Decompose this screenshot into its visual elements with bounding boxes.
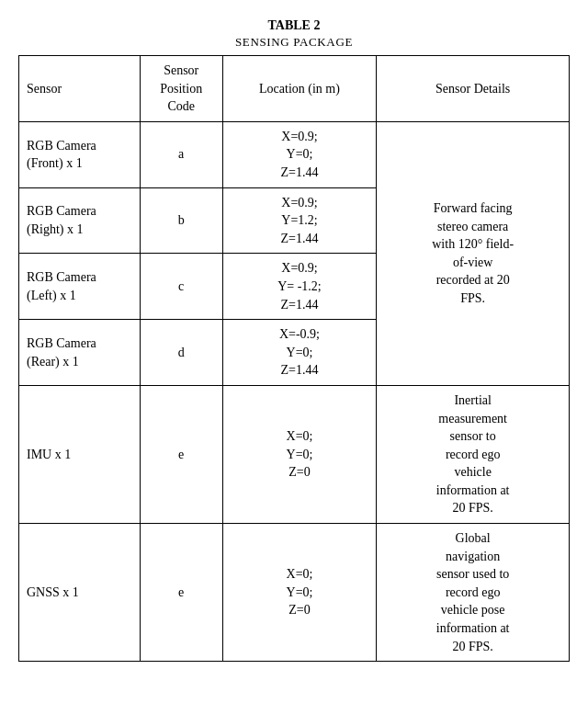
- header-location: Location (in m): [222, 56, 377, 122]
- table-subtitle: SENSING PACKAGE: [18, 35, 570, 50]
- sensor-location: X=0;Y=0;Z=0: [222, 524, 377, 662]
- sensor-location: X=0.9;Y= -1.2;Z=1.44: [222, 254, 377, 320]
- table-row: RGB Camera(Front) x 1 a X=0.9;Y=0;Z=1.44…: [19, 121, 570, 187]
- sensor-code: d: [140, 320, 222, 386]
- sensor-name: RGB Camera(Front) x 1: [19, 121, 141, 187]
- table-row: IMU x 1 e X=0;Y=0;Z=0 Inertialmeasuremen…: [19, 385, 570, 523]
- sensor-location: X=-0.9;Y=0;Z=1.44: [222, 320, 377, 386]
- sensor-code: b: [140, 187, 222, 254]
- sensor-code: a: [140, 121, 222, 187]
- sensor-location: X=0.9;Y=1.2;Z=1.44: [222, 187, 377, 254]
- sensor-location: X=0;Y=0;Z=0: [222, 385, 377, 523]
- header-details: Sensor Details: [377, 56, 570, 122]
- header-row: Sensor SensorPositionCode Location (in m…: [19, 56, 570, 122]
- sensor-code: e: [140, 524, 222, 662]
- sensor-name: RGB Camera(Left) x 1: [19, 254, 141, 320]
- header-position-code: SensorPositionCode: [140, 56, 222, 122]
- table-title: TABLE 2: [18, 18, 570, 33]
- sensor-name: GNSS x 1: [19, 524, 141, 662]
- sensor-name: RGB Camera(Right) x 1: [19, 187, 141, 254]
- sensor-details-imu: Inertialmeasurementsensor torecord egove…: [377, 385, 570, 523]
- sensor-location: X=0.9;Y=0;Z=1.44: [222, 121, 377, 187]
- sensing-package-table: Sensor SensorPositionCode Location (in m…: [18, 55, 570, 662]
- page-container: TABLE 2 SENSING PACKAGE Sensor SensorPos…: [18, 18, 570, 662]
- header-sensor: Sensor: [19, 56, 141, 122]
- sensor-code: e: [140, 385, 222, 523]
- sensor-details-camera: Forward facingstereo camerawith 120° fie…: [377, 121, 570, 385]
- sensor-details-gnss: Globalnavigationsensor used torecord ego…: [377, 524, 570, 662]
- sensor-name: IMU x 1: [19, 385, 141, 523]
- sensor-name: RGB Camera(Rear) x 1: [19, 320, 141, 386]
- table-row: GNSS x 1 e X=0;Y=0;Z=0 Globalnavigations…: [19, 524, 570, 662]
- sensor-code: c: [140, 254, 222, 320]
